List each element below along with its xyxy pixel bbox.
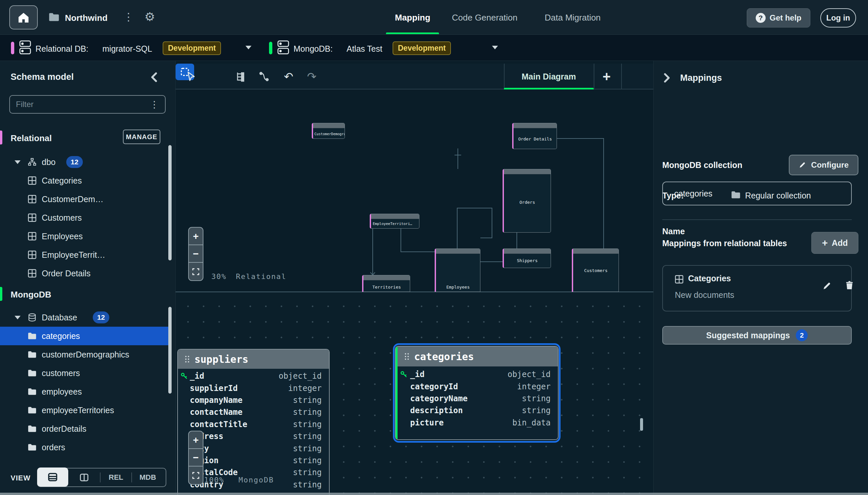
drag-handle-icon[interactable]	[185, 356, 189, 362]
zoom-out-button[interactable]: −	[189, 245, 203, 263]
suggested-mappings-button[interactable]: Suggested mappings 2	[662, 326, 852, 345]
schema-icon	[28, 158, 36, 166]
zoom-out-button[interactable]: −	[189, 449, 203, 466]
undo-icon[interactable]: ↶	[280, 68, 297, 85]
mongodb-items: categories customerDemographics customer…	[0, 327, 171, 457]
add-diagram-icon[interactable]: +	[598, 68, 615, 85]
field-row[interactable]: supplierId integer	[178, 382, 329, 394]
field-row[interactable]: categoryId integer	[396, 380, 558, 392]
tree-root-dbo[interactable]: dbo 12	[0, 153, 171, 171]
categories-header[interactable]: categories	[396, 346, 558, 366]
sidebar-item-table[interactable]: Employees	[0, 227, 171, 245]
sidebar-scrollbar-thumb[interactable]	[168, 307, 172, 394]
fit-view-button[interactable]	[189, 263, 203, 280]
auto-layout-icon[interactable]	[232, 68, 248, 85]
diagram-table-shippers[interactable]: Shippers	[503, 249, 551, 268]
caret-down-icon[interactable]	[15, 160, 20, 164]
zoom-in-button[interactable]: +	[189, 431, 203, 449]
diagram-tab-main[interactable]: Main Diagram	[504, 64, 594, 89]
pencil-icon	[798, 161, 806, 169]
database-stack-icon	[277, 39, 289, 55]
relational-items: Categories CustomerDem… Custom	[0, 171, 171, 283]
table-icon	[675, 275, 683, 284]
view-split-horizontal-button[interactable]	[37, 467, 68, 487]
caret-down-icon[interactable]	[15, 316, 20, 319]
spacer4	[662, 219, 852, 219]
mongodb-zoom-control: + −	[188, 431, 204, 485]
redo-icon[interactable]: ↷	[303, 68, 320, 85]
collection-table-categories[interactable]: categories _id object_id	[395, 346, 559, 440]
field-row[interactable]: companyName string	[178, 394, 329, 406]
sidebar-item-collection[interactable]: categories	[0, 327, 171, 345]
sidebar-item-collection[interactable]: employeeTerritories	[0, 401, 171, 420]
configure-button[interactable]: Configure	[789, 155, 858, 175]
table-icon	[28, 251, 36, 259]
drag-handle-icon[interactable]	[405, 353, 409, 360]
diagram-table-territories[interactable]: Territories	[362, 275, 410, 292]
diagram-table-employees[interactable]: Employees	[435, 249, 480, 292]
collapse-sidebar-icon[interactable]	[150, 72, 159, 82]
get-help-button[interactable]: ? Get help	[747, 8, 810, 28]
diagram-table-orders[interactable]: Orders	[503, 169, 551, 233]
sidebar-item-table[interactable]: Order Details	[0, 264, 171, 283]
diagram-table-order-details[interactable]: Order Details	[512, 123, 557, 149]
diagram-canvas[interactable]: ↶ ↷ Main Diagram + CustomerDemograph… Or…	[176, 64, 653, 495]
diagram-table-employeeterritories[interactable]: EmployeeTerritori…	[370, 214, 419, 228]
sidebar-item-collection[interactable]: employees	[0, 382, 171, 401]
canvas-scrollbar-thumb[interactable]	[640, 418, 643, 431]
field-row[interactable]: _id object_id	[396, 369, 558, 380]
diagram-table-customers[interactable]: Customers	[572, 249, 619, 292]
sidebar-item-table[interactable]: Categories	[0, 171, 171, 190]
fit-view-button[interactable]	[189, 466, 203, 484]
tab-data-migration[interactable]: Data Migration	[545, 13, 601, 23]
filter-kebab-icon[interactable]: ⋮	[150, 99, 159, 110]
sidebar-item-table[interactable]: Customers	[0, 208, 171, 227]
field-row[interactable]: _id object_id	[178, 370, 329, 382]
mongodb-name: Atlas Test	[347, 44, 382, 54]
sidebar-item-collection[interactable]: orders	[0, 438, 171, 457]
relational-dropdown-caret[interactable]	[245, 46, 251, 49]
zoom-in-button[interactable]: +	[189, 228, 203, 245]
table-icon	[28, 232, 36, 241]
table-icon	[28, 269, 36, 278]
tab-mapping[interactable]: Mapping	[395, 13, 430, 23]
view-mdb-button[interactable]: MDB	[132, 473, 164, 482]
sidebar-item-collection[interactable]: customerDemographics	[0, 345, 171, 364]
home-button[interactable]	[9, 5, 38, 30]
edit-mapping-icon[interactable]	[822, 281, 832, 291]
field-row[interactable]: categoryName string	[396, 393, 558, 405]
tree-root-database[interactable]: Database 12	[0, 308, 171, 327]
sidebar-item-collection[interactable]: orderDetails	[0, 420, 171, 438]
connection-bar: Relational DB: migrator-SQL Development …	[0, 35, 868, 61]
add-mapping-button[interactable]: + Add	[811, 232, 858, 254]
folder-icon	[28, 332, 36, 340]
field-row[interactable]: contactName string	[178, 406, 329, 418]
manage-button[interactable]: MANAGE	[123, 130, 160, 144]
suppliers-header[interactable]: suppliers	[178, 349, 329, 369]
collection-name-input[interactable]	[662, 182, 852, 205]
sidebar-item-collection[interactable]: customers	[0, 364, 171, 382]
filter-input[interactable]	[16, 100, 146, 109]
select-tool-icon[interactable]	[183, 68, 199, 85]
mongodb-label: MongoDB:	[294, 44, 333, 54]
delete-mapping-icon[interactable]	[845, 280, 854, 290]
field-row[interactable]: contactTitle string	[178, 419, 329, 430]
field-row[interactable]: description string	[396, 405, 558, 416]
diagram-table-customerdemographics[interactable]: CustomerDemograph…	[312, 123, 345, 139]
kebab-menu-icon[interactable]: ⋮	[123, 11, 134, 23]
field-row[interactable]: picture bin_data	[396, 417, 558, 429]
tab-code-generation[interactable]: Code Generation	[452, 13, 518, 23]
mongodb-dropdown-caret[interactable]	[492, 46, 498, 49]
sidebar-item-table[interactable]: EmployeeTerrit…	[0, 245, 171, 264]
filter-input-wrap: ⋮	[9, 95, 166, 114]
collapse-panel-icon[interactable]	[662, 73, 671, 83]
sidebar-item-table[interactable]: CustomerDem…	[0, 190, 171, 208]
connector-tool-icon[interactable]	[256, 68, 272, 85]
view-rel-button[interactable]: REL	[100, 473, 132, 482]
relational-zoom-name: Relational	[236, 272, 286, 280]
sidebar-scrollbar-thumb[interactable]	[168, 145, 172, 260]
gear-icon[interactable]: ⚙	[144, 10, 155, 24]
mapping-card-categories[interactable]: Categories New documents	[662, 265, 852, 311]
view-split-vertical-button[interactable]	[68, 473, 100, 482]
log-in-button[interactable]: Log in	[820, 8, 856, 28]
